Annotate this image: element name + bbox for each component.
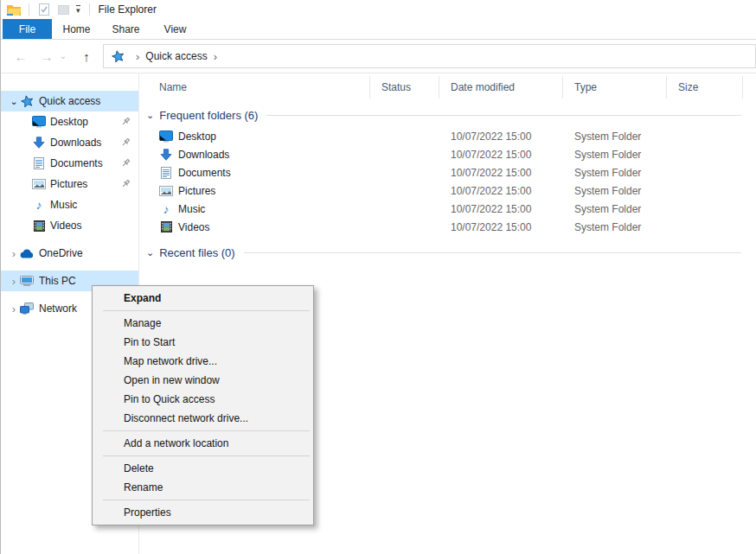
file-type: System Folder — [563, 221, 667, 233]
sidebar-item-downloads[interactable]: Downloads — [1, 132, 138, 153]
file-date-modified: 10/07/2022 15:00 — [439, 167, 563, 179]
pin-icon — [120, 157, 131, 169]
file-type: System Folder — [563, 203, 667, 215]
column-header-spacer — [743, 76, 756, 99]
this-pc-context-menu: Expand Manage Pin to Start Map network d… — [92, 285, 314, 525]
chevron-down-icon[interactable]: ⌄ — [8, 97, 20, 106]
chevron-right-icon[interactable]: › — [8, 248, 20, 259]
file-row-videos[interactable]: Videos 10/07/2022 15:00 System Folder — [139, 218, 756, 236]
breadcrumb-chevron-icon[interactable]: › — [214, 50, 217, 63]
frequent-folders-list: Desktop 10/07/2022 15:00 System Folder D… — [139, 127, 756, 236]
quick-access-star-icon — [111, 49, 125, 63]
file-name: Videos — [178, 221, 209, 233]
menu-item-open-in-new-window[interactable]: Open in new window — [93, 371, 313, 390]
tab-file[interactable]: File — [3, 19, 52, 39]
sidebar-item-pictures[interactable]: Pictures — [1, 174, 138, 194]
sidebar-item-music[interactable]: ♪ Music — [1, 194, 138, 215]
file-type: System Folder — [563, 131, 667, 143]
file-row-downloads[interactable]: Downloads 10/07/2022 15:00 System Folder — [139, 145, 756, 163]
file-explorer-window: ▾ File Explorer File Home Share View ← →… — [0, 0, 756, 554]
downloads-icon — [32, 136, 46, 150]
menu-item-delete[interactable]: Delete — [93, 459, 313, 478]
recent-locations-chevron-icon[interactable]: ⌄ — [58, 52, 68, 60]
new-folder-icon[interactable] — [56, 3, 70, 16]
column-header-name[interactable]: Name — [139, 76, 370, 99]
file-row-music[interactable]: ♪ Music 10/07/2022 15:00 System Folder — [139, 200, 756, 218]
menu-item-map-network-drive[interactable]: Map network drive... — [93, 352, 313, 371]
customize-quick-access-toolbar-icon[interactable]: ▾ — [76, 5, 80, 15]
file-date-modified: 10/07/2022 15:00 — [439, 149, 563, 161]
sidebar-item-label: Network — [39, 302, 77, 315]
group-header-label: Recent files (0) — [159, 246, 234, 259]
pictures-icon — [159, 184, 173, 198]
forward-icon[interactable]: → — [37, 50, 56, 63]
chevron-down-icon[interactable]: ⌄ — [146, 247, 154, 258]
file-row-documents[interactable]: Documents 10/07/2022 15:00 System Folder — [139, 163, 756, 181]
menu-item-pin-to-quick-access[interactable]: Pin to Quick access — [93, 390, 313, 409]
file-row-pictures[interactable]: Pictures 10/07/2022 15:00 System Folder — [139, 181, 756, 200]
menu-separator — [103, 455, 310, 456]
breadcrumb-chevron-icon: › — [136, 50, 139, 63]
group-header-frequent-folders[interactable]: ⌄ Frequent folders (6) — [139, 106, 756, 124]
file-date-modified: 10/07/2022 15:00 — [439, 131, 563, 143]
sidebar-item-label: Music — [50, 199, 77, 211]
chevron-right-icon[interactable]: › — [8, 276, 20, 287]
properties-icon[interactable] — [37, 3, 51, 16]
sidebar-item-quick-access[interactable]: ⌄ Quick access — [1, 91, 138, 111]
titlebar-divider — [89, 3, 90, 16]
chevron-down-icon[interactable]: ⌄ — [146, 110, 154, 121]
tab-view[interactable]: View — [151, 19, 200, 39]
menu-item-disconnect-network-drive[interactable]: Disconnect network drive... — [93, 409, 313, 428]
file-row-desktop[interactable]: Desktop 10/07/2022 15:00 System Folder — [139, 127, 756, 145]
file-date-modified: 10/07/2022 15:00 — [439, 203, 563, 215]
back-icon[interactable]: ← — [11, 50, 30, 63]
breadcrumb-item-quick-access[interactable]: Quick access — [145, 50, 207, 62]
videos-icon — [159, 220, 173, 234]
menu-item-rename[interactable]: Rename — [93, 478, 313, 497]
column-header-type[interactable]: Type — [563, 76, 667, 99]
sidebar-item-label: Documents — [50, 157, 103, 169]
menu-item-expand[interactable]: Expand — [93, 289, 313, 308]
sidebar-item-desktop[interactable]: Desktop — [1, 111, 138, 132]
chevron-right-icon[interactable]: › — [8, 303, 20, 315]
tab-share[interactable]: Share — [101, 19, 151, 39]
menu-item-manage[interactable]: Manage — [93, 314, 313, 333]
group-header-label: Frequent folders (6) — [159, 109, 258, 122]
column-header-date-modified[interactable]: Date modified — [439, 76, 563, 99]
menu-separator — [103, 500, 310, 500]
pictures-icon — [32, 177, 46, 191]
music-note-icon: ♪ — [159, 202, 173, 216]
sidebar-item-label: OneDrive — [39, 247, 83, 259]
group-header-recent-files[interactable]: ⌄ Recent files (0) — [139, 244, 756, 261]
file-name: Desktop — [178, 131, 216, 143]
up-icon[interactable]: ↑ — [77, 50, 96, 63]
this-pc-icon — [20, 274, 34, 288]
file-name: Pictures — [178, 185, 215, 197]
group-header-rule — [266, 115, 741, 116]
onedrive-icon — [20, 246, 34, 260]
sidebar-item-label: Videos — [50, 220, 81, 232]
menu-item-pin-to-start[interactable]: Pin to Start — [93, 333, 313, 352]
address-bar[interactable]: › Quick access › — [103, 44, 756, 68]
tab-home[interactable]: Home — [52, 19, 101, 39]
file-type: System Folder — [563, 149, 667, 161]
menu-item-add-a-network-location[interactable]: Add a network location — [93, 434, 313, 453]
column-header-size[interactable]: Size — [667, 76, 743, 99]
file-date-modified: 10/07/2022 15:00 — [439, 221, 563, 233]
pin-icon — [120, 116, 131, 127]
sidebar-item-videos[interactable]: Videos — [1, 215, 138, 236]
file-name: Downloads — [178, 149, 229, 161]
file-date-modified: 10/07/2022 15:00 — [439, 185, 563, 197]
column-header-status[interactable]: Status — [370, 76, 439, 99]
file-name: Music — [178, 203, 205, 215]
ribbon-tab-bar: File Home Share View — [1, 19, 756, 40]
sidebar-item-documents[interactable]: Documents — [1, 153, 138, 174]
sidebar-item-label: Downloads — [50, 137, 101, 149]
column-header-row: Name Status Date modified Type Size — [139, 76, 756, 99]
sidebar-item-onedrive[interactable]: › OneDrive — [1, 243, 138, 264]
menu-item-properties[interactable]: Properties — [93, 503, 313, 522]
sidebar-item-label: Desktop — [50, 116, 88, 128]
sidebar-item-label: Quick access — [39, 95, 100, 107]
quick-access-star-icon — [20, 94, 34, 108]
desktop-icon — [159, 130, 173, 143]
